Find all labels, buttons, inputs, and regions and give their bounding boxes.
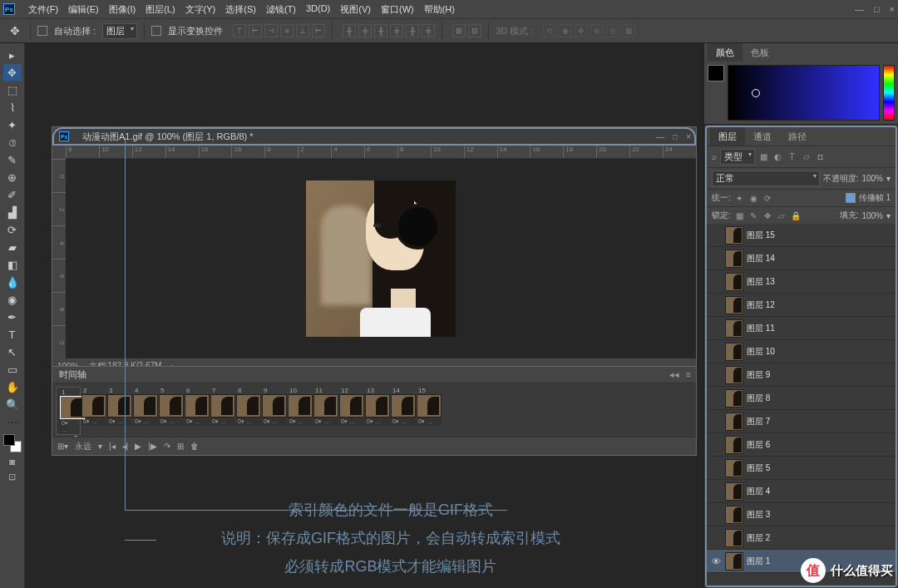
doc-min-icon[interactable]: — (656, 132, 664, 141)
quickmask-icon[interactable]: ◙ (7, 456, 18, 467)
menu-3D(D)[interactable]: 3D(D) (301, 3, 335, 16)
frame-12[interactable]: 120▾ … (339, 387, 364, 435)
filter-smart-icon[interactable]: ◘ (815, 151, 826, 162)
play-icon[interactable]: ▶ (135, 442, 141, 451)
menu-选择(S)[interactable]: 选择(S) (220, 3, 261, 16)
layer-图层 13[interactable]: 图层 13 (707, 270, 896, 294)
hand-tool[interactable]: ✋ (3, 378, 22, 395)
minimize-icon[interactable]: — (855, 4, 864, 14)
layer-图层 12[interactable]: 图层 12 (707, 294, 896, 317)
visibility-icon[interactable]: 👁 (710, 556, 722, 566)
hue-slider[interactable] (883, 65, 895, 121)
frame-2[interactable]: 20▾ … (81, 387, 106, 435)
color-swatch[interactable] (3, 434, 22, 452)
frame-4[interactable]: 40▾ … (133, 387, 158, 435)
tl-menu2-icon[interactable]: ⊞▾ (57, 442, 68, 451)
pen-tool[interactable]: ✒ (3, 309, 22, 325)
layer-select[interactable]: 图层 (102, 23, 137, 39)
dodge-tool[interactable]: ◉ (3, 291, 22, 308)
filter-shape-icon[interactable]: ▱ (801, 151, 812, 162)
frame-9[interactable]: 90▾ … (262, 387, 287, 435)
menu-窗口(W)[interactable]: 窗口(W) (376, 3, 419, 16)
color-field[interactable] (728, 65, 880, 121)
tab-paths[interactable]: 路径 (780, 127, 815, 146)
wand-tool[interactable]: ✦ (3, 116, 22, 133)
doc-max-icon[interactable]: □ (673, 132, 678, 141)
blend-select[interactable]: 正常 (712, 170, 820, 186)
lock-pixel-icon[interactable]: ✎ (748, 210, 759, 221)
lasso-tool[interactable]: ⌇ (3, 99, 22, 116)
path-tool[interactable]: ↖ (3, 343, 22, 360)
new-frame-icon[interactable]: ⊞ (177, 442, 184, 451)
tween-icon[interactable]: ↷ (164, 442, 170, 451)
menu-滤镜(T)[interactable]: 滤镜(T) (261, 3, 301, 16)
frame-14[interactable]: 140▾ … (391, 387, 416, 435)
opacity-value[interactable]: 100% (861, 174, 883, 183)
tab-color[interactable]: 颜色 (708, 43, 743, 62)
close-icon[interactable]: × (890, 4, 895, 14)
expand-icon[interactable]: ▸ (3, 47, 22, 63)
history-tool[interactable]: ⟳ (3, 221, 22, 238)
eraser-tool[interactable]: ▰ (3, 239, 22, 255)
crop-tool[interactable]: ⟃ (3, 134, 22, 151)
layer-图层 7[interactable]: 图层 7 (707, 410, 896, 433)
lock-trans-icon[interactable]: ▦ (734, 210, 745, 221)
filter-type-icon[interactable]: T (787, 151, 797, 162)
frame-10[interactable]: 100▾ … (288, 387, 313, 435)
frame-6[interactable]: 60▾ … (185, 387, 210, 435)
stamp-tool[interactable]: ▟ (3, 204, 22, 220)
loop-select[interactable]: 永远 (75, 441, 91, 452)
menu-文件(F)[interactable]: 文件(F) (23, 3, 63, 16)
menu-文字(Y)[interactable]: 文字(Y) (180, 3, 221, 16)
filter-select[interactable]: 类型 (720, 149, 755, 165)
marquee-tool[interactable]: ⬚ (3, 82, 22, 98)
edit-toolbar[interactable]: ⋯ (3, 413, 22, 430)
blur-tool[interactable]: 💧 (3, 274, 22, 290)
timeline-tab[interactable]: 时间轴 (59, 368, 86, 381)
delete-frame-icon[interactable]: 🗑 (190, 442, 199, 451)
lock-pos-icon[interactable]: ✥ (762, 210, 773, 221)
first-frame-icon[interactable]: |◂ (109, 442, 116, 451)
menu-图像(I)[interactable]: 图像(I) (104, 3, 141, 16)
layer-图层 3[interactable]: 图层 3 (707, 503, 896, 526)
layer-图层 9[interactable]: 图层 9 (707, 363, 896, 387)
layer-图层 11[interactable]: 图层 11 (707, 317, 896, 340)
layer-图层 6[interactable]: 图层 6 (707, 433, 896, 457)
zoom-tool[interactable]: 🔍 (3, 396, 22, 413)
brush-tool[interactable]: ✐ (3, 186, 22, 203)
tab-layers[interactable]: 图层 (710, 127, 745, 146)
frame-11[interactable]: 110▾ … (313, 387, 338, 435)
menu-视图(V)[interactable]: 视图(V) (335, 3, 376, 16)
document-titlebar[interactable]: Ps 动漫动图A1.gif @ 100% (图层 1, RGB/8) * —□× (52, 127, 696, 146)
move-tool[interactable]: ✥ (3, 64, 22, 81)
canvas-viewport[interactable] (66, 159, 696, 358)
layer-图层 2[interactable]: 图层 2 (707, 526, 896, 550)
layer-图层 10[interactable]: 图层 10 (707, 340, 896, 363)
gradient-tool[interactable]: ◧ (3, 256, 22, 273)
frame-13[interactable]: 130▾ … (365, 387, 390, 435)
fill-value[interactable]: 100% (861, 211, 883, 220)
transform-checkbox[interactable] (151, 26, 161, 36)
lock-art-icon[interactable]: ▱ (777, 210, 787, 221)
layer-图层 4[interactable]: 图层 4 (707, 480, 896, 503)
filter-pixel-icon[interactable]: ▦ (758, 151, 769, 162)
maximize-icon[interactable]: □ (874, 4, 880, 14)
doc-close-icon[interactable]: × (686, 132, 691, 141)
heal-tool[interactable]: ⊕ (3, 169, 22, 185)
menu-图层(L)[interactable]: 图层(L) (141, 3, 180, 16)
eyedropper-tool[interactable]: ✎ (3, 151, 22, 168)
filter-adj-icon[interactable]: ◐ (772, 151, 783, 162)
layer-图层 5[interactable]: 图层 5 (707, 457, 896, 480)
tab-swatch[interactable]: 色板 (743, 43, 777, 62)
menu-编辑(E)[interactable]: 编辑(E) (63, 3, 104, 16)
lock-all-icon[interactable]: 🔒 (791, 210, 802, 221)
layer-图层 14[interactable]: 图层 14 (707, 247, 896, 270)
screenmode-icon[interactable]: ⊡ (7, 471, 18, 482)
tab-channels[interactable]: 通道 (745, 127, 780, 146)
shape-tool[interactable]: ▭ (3, 361, 22, 378)
frame-5[interactable]: 50▾ … (159, 387, 184, 435)
layer-图层 8[interactable]: 图层 8 (707, 387, 896, 410)
frame-3[interactable]: 30▾ … (107, 387, 132, 435)
tl-menu-icon[interactable]: ≡ (686, 369, 691, 380)
layer-图层 15[interactable]: 图层 15 (707, 224, 896, 247)
